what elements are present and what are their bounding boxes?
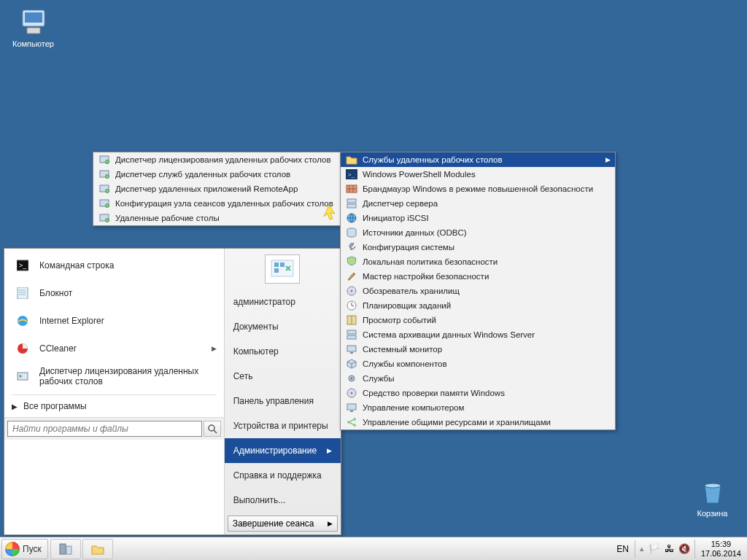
server-icon [345,198,358,209]
server-icon [345,329,358,341]
firewall-icon [345,183,358,195]
admin-item-12[interactable]: Система архивации данных Windows Server [341,327,615,342]
admin-item-6[interactable]: Конфигурация системы [341,240,615,254]
language-indicator[interactable]: EN [611,544,635,554]
svg-line-61 [350,423,353,424]
chevron-right-icon: ▶ [212,345,217,352]
menu-label: Удаленные рабочие столы [115,214,220,222]
admin-item-4[interactable]: Инициатор iSCSI [341,211,615,225]
svg-point-13 [19,375,22,378]
start-app-4[interactable]: Диспетчер лицензирования удаленных рабоч… [7,362,221,390]
brush-icon [345,271,358,282]
menu-label: Обозреватель хранилищ [363,287,460,295]
admin-item-18[interactable]: Управление общими ресурсами и хранилищам… [341,415,615,429]
network-warning-icon[interactable]: 🖧 [665,543,674,554]
menu-label: Управление общими ресурсами и хранилищам… [363,418,551,427]
taskbar-clock[interactable]: 15:39 17.06.2014 [694,540,747,559]
svg-text:>_: >_ [348,171,355,178]
menu-label: Система архивации данных Windows Server [363,330,535,339]
monitor-icon [345,402,358,413]
app-label: Internet Explorer [39,316,217,326]
admin-item-10[interactable]: Планировщик заданий [341,298,615,313]
folder-icon [345,154,358,166]
app-label: Командная строка [39,260,217,271]
chevron-right-icon: ▶ [328,520,333,527]
desktop-icon-computer[interactable]: Компьютер [6,7,61,48]
notepad-icon [12,282,34,304]
search-input[interactable] [7,421,202,437]
admin-item-5[interactable]: Источники данных (ODBC) [341,225,615,240]
admin-item-13[interactable]: Системный монитор [341,342,615,357]
tray-arrow-icon[interactable]: ▴ [640,544,644,553]
desktop-icon-recycle[interactable]: Корзина [685,477,740,518]
start-right-documents[interactable]: Документы [225,314,341,339]
menu-label: Локальная политика безопасности [363,257,498,266]
menu-label: Мастер настройки безопасности [363,272,489,281]
svg-rect-55 [347,404,356,410]
svg-point-3 [705,483,721,488]
admin-item-7[interactable]: Локальная политика безопасности [341,254,615,269]
shutdown-button[interactable]: Завершение сеанса ▶ [228,516,338,532]
start-right-network[interactable]: Сеть [225,364,341,389]
rds-item-4[interactable]: Удаленные рабочие столы [93,211,341,225]
admin-item-2[interactable]: Брандмауэр Windows в режиме повышенной б… [341,182,615,196]
svg-rect-19 [274,268,279,273]
start-button[interactable]: Пуск [1,539,48,559]
volume-muted-icon[interactable]: 🔇 [678,543,690,554]
menu-label: Windows PowerShell Modules [363,170,476,179]
admin-item-3[interactable]: Диспетчер сервера [341,196,615,211]
admin-item-9[interactable]: Обозреватель хранилищ [341,284,615,298]
desktop-icon-label: Корзина [685,509,740,518]
start-right-help[interactable]: Справка и поддержка [225,463,341,488]
svg-rect-49 [347,346,356,351]
svg-point-59 [353,424,356,427]
tool-icon [98,198,111,209]
admin-item-1[interactable]: >_Windows PowerShell Modules [341,167,615,182]
rds-item-2[interactable]: Диспетчер удаленных приложений RemoteApp [93,182,341,196]
start-right-devices[interactable]: Устройства и принтеры [225,413,341,438]
svg-point-27 [106,204,109,208]
menu-label: Диспетчер удаленных приложений RemoteApp [115,184,298,193]
start-right-computer[interactable]: Компьютер [225,339,341,364]
user-avatar[interactable] [265,254,300,284]
svg-rect-6 [18,287,28,299]
start-app-1[interactable]: Блокнот [7,279,221,307]
svg-point-54 [351,392,353,394]
license-icon [12,365,34,387]
chevron-right-icon: ▶ [327,447,332,454]
shutdown-label: Завершение сеанса [233,518,314,529]
search-button[interactable] [204,421,221,437]
wrench-icon [345,241,358,253]
rds-item-1[interactable]: Диспетчер служб удаленных рабочих столов [93,167,341,182]
start-right-control-panel[interactable]: Панель управления [225,389,341,413]
start-app-2[interactable]: Internet Explorer [7,307,221,335]
admin-item-8[interactable]: Мастер настройки безопасности [341,269,615,284]
tool-icon [98,212,111,224]
globe-icon [345,212,358,224]
admin-item-16[interactable]: Средство проверки памяти Windows [341,386,615,400]
menu-label: Службы компонентов [363,359,447,368]
admin-item-15[interactable]: Службы [341,371,615,386]
taskbar-button-explorer[interactable] [82,539,113,559]
rds-item-0[interactable]: Диспетчер лицензирования удаленных рабоч… [93,152,341,167]
start-right-user[interactable]: администратор [225,289,341,314]
all-programs[interactable]: ▶ Все программы [4,397,224,417]
taskbar-button-server-manager[interactable] [50,539,81,559]
svg-rect-1 [25,12,42,23]
menu-label: Диспетчер сервера [363,199,438,208]
svg-rect-2 [27,28,40,34]
admin-item-0[interactable]: Службы удаленных рабочих столов▶ [341,152,615,167]
svg-point-52 [351,378,353,380]
admin-item-11[interactable]: Просмотр событий [341,313,615,327]
svg-rect-63 [60,544,66,554]
start-app-0[interactable]: >_Командная строка [7,252,221,279]
start-app-3[interactable]: CCleaner▶ [7,335,221,362]
admin-item-14[interactable]: Службы компонентов [341,357,615,371]
menu-label: Управление компьютером [363,403,464,412]
start-right-run[interactable]: Выполнить... [225,488,341,513]
rds-item-3[interactable]: Конфигурация узла сеансов удаленных рабо… [93,196,341,211]
svg-rect-36 [347,199,356,203]
flag-icon[interactable]: 🏳️ [649,543,660,554]
start-right-administration[interactable]: Администрирование ▶ [225,438,341,463]
admin-item-17[interactable]: Управление компьютером [341,400,615,415]
